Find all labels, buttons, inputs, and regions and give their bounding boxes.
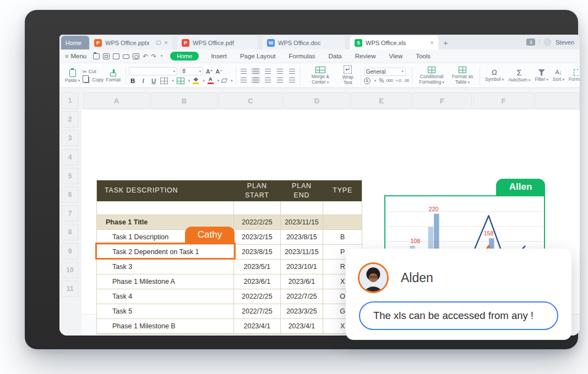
thousands-separator-icon[interactable]: 000 bbox=[386, 78, 393, 83]
conditional-formatting-button[interactable]: Conditional Formatting▾ bbox=[415, 65, 448, 86]
table-row[interactable]: Phase 1 Milestone B2023/4/12023/4/1X bbox=[97, 319, 362, 334]
borders-icon[interactable] bbox=[160, 78, 168, 84]
ribbon-tab-home[interactable]: Home bbox=[170, 52, 199, 61]
distribute-button[interactable] bbox=[287, 76, 297, 84]
eraser-icon[interactable] bbox=[221, 79, 228, 82]
ribbon-tab-formulas[interactable]: Formulas bbox=[289, 53, 315, 59]
cut-button[interactable]: ✂ Cut bbox=[82, 69, 104, 75]
table-row[interactable]: Phase 1 Milestone A2023/6/12023/6/1X bbox=[97, 274, 362, 289]
symbol-button[interactable]: Ω Symbol▾ bbox=[483, 65, 506, 86]
percent-icon[interactable]: % bbox=[379, 78, 383, 84]
fill-color-button[interactable] bbox=[193, 78, 199, 84]
row-header-5[interactable]: 5 bbox=[61, 168, 79, 184]
filter-button[interactable]: Filter▾ bbox=[532, 65, 550, 86]
align-bottom-button[interactable] bbox=[263, 68, 273, 75]
table-row[interactable] bbox=[97, 201, 362, 215]
tab-label: WPS Office.doc bbox=[278, 40, 320, 46]
increase-indent-button[interactable] bbox=[287, 68, 297, 75]
export-icon[interactable] bbox=[113, 53, 119, 59]
copy-button[interactable]: Copy bbox=[82, 77, 104, 83]
decrease-decimal-icon[interactable]: .00 bbox=[404, 78, 409, 83]
align-middle-button[interactable] bbox=[251, 68, 260, 75]
main-menu-button[interactable]: ≡ Menu bbox=[65, 53, 86, 59]
autosum-button[interactable]: Σ AutoSum▾ bbox=[506, 65, 532, 86]
cell-value: G bbox=[340, 307, 345, 315]
table-row[interactable]: Task 52022/7/252023/3/25G bbox=[97, 304, 362, 319]
row-header-2[interactable]: 2 bbox=[61, 111, 79, 128]
align-right-button[interactable] bbox=[263, 76, 273, 84]
increase-font-icon[interactable]: A⁺ bbox=[206, 68, 213, 75]
ribbon-tab-data[interactable]: Data bbox=[328, 53, 341, 59]
decrease-font-icon[interactable]: A⁻ bbox=[216, 68, 223, 75]
quick-access-toolbar: ↶ ↷ ▾ bbox=[93, 53, 162, 60]
omega-icon: Ω bbox=[492, 69, 497, 76]
ribbon-tab-tools[interactable]: Tools bbox=[416, 53, 431, 59]
document-tab-home[interactable]: Home bbox=[61, 36, 89, 50]
decrease-indent-button[interactable] bbox=[275, 68, 285, 75]
ribbon-tab-view[interactable]: View bbox=[389, 53, 402, 59]
undo-icon[interactable]: ↶ bbox=[143, 53, 148, 60]
row-header-11[interactable]: 11 bbox=[61, 280, 79, 297]
font-name-combo[interactable]: ▾ bbox=[129, 67, 177, 75]
user-avatar[interactable] bbox=[543, 38, 552, 46]
wrap-text-button[interactable]: ↵ Wrap Text bbox=[338, 65, 358, 86]
document-tab-wps-office-doc[interactable]: WWPS Office.doc bbox=[263, 36, 345, 50]
ribbon-tab-insert[interactable]: Insert bbox=[211, 53, 227, 59]
row-header-3[interactable]: 3 bbox=[61, 130, 79, 146]
justify-button[interactable] bbox=[275, 76, 285, 84]
font-size-combo[interactable]: 8▾ bbox=[180, 67, 203, 75]
print-icon[interactable] bbox=[123, 54, 129, 59]
table-row[interactable]: Task 42022/2/252022/7/25O bbox=[97, 289, 362, 304]
document-tab-wps-office-xls[interactable]: SWPS Office.xls× bbox=[350, 36, 438, 50]
comment-card: Alden The xls can be accessed from any ! bbox=[346, 249, 571, 340]
user-name[interactable]: Steven bbox=[556, 39, 574, 46]
font-color-button[interactable]: A bbox=[208, 77, 214, 84]
row-header-7[interactable]: 7 bbox=[61, 205, 79, 222]
document-tab-wps-office-pptx[interactable]: PWPS Office.pptx× bbox=[90, 36, 172, 50]
open-file-icon[interactable] bbox=[93, 53, 100, 59]
number-format-combo[interactable]: General▾ bbox=[364, 68, 406, 76]
new-tab-button[interactable]: + bbox=[443, 38, 448, 47]
row-header-9[interactable]: 9 bbox=[61, 243, 79, 260]
underline-button[interactable]: U bbox=[150, 78, 157, 84]
italic-button[interactable]: I bbox=[139, 78, 147, 84]
redo-icon[interactable]: ↷ bbox=[151, 53, 156, 60]
column-header-2[interactable]: B bbox=[151, 92, 217, 109]
column-header-7[interactable]: F bbox=[473, 92, 534, 109]
column-header-3[interactable]: C bbox=[219, 92, 282, 109]
close-tab-icon[interactable]: × bbox=[164, 39, 168, 47]
row-header-4[interactable]: 4 bbox=[61, 149, 79, 166]
align-left-button[interactable] bbox=[239, 76, 248, 84]
increase-decimal-icon[interactable]: +.0 bbox=[396, 78, 401, 83]
save-icon[interactable] bbox=[103, 53, 110, 59]
print-preview-icon[interactable] bbox=[133, 53, 139, 59]
column-header-4[interactable]: D bbox=[284, 92, 350, 109]
column-header-6[interactable]: F bbox=[412, 92, 472, 109]
comment-input[interactable]: The xls can be accessed from any ! bbox=[359, 301, 558, 330]
ribbon-tab-review[interactable]: Review bbox=[355, 53, 376, 59]
table-row[interactable]: Task 32023/5/12023/10/1R bbox=[97, 260, 362, 274]
close-tab-icon[interactable]: × bbox=[430, 39, 434, 47]
document-tab-wps-office-pdf[interactable]: PWPS Office.pdf bbox=[177, 36, 258, 50]
column-header-5[interactable]: E bbox=[351, 92, 411, 109]
align-top-button[interactable] bbox=[239, 68, 248, 75]
cell-style-icon[interactable] bbox=[177, 78, 184, 84]
format-painter-button[interactable]: Format bbox=[104, 65, 123, 86]
row-header-1[interactable]: 1 bbox=[61, 92, 79, 109]
format-cells-button[interactable]: Format▾ bbox=[567, 65, 580, 86]
align-center-button[interactable] bbox=[251, 76, 260, 84]
notification-badge[interactable]: 3 bbox=[526, 38, 535, 46]
selected-cell-outline[interactable] bbox=[95, 243, 236, 260]
bold-button[interactable]: B bbox=[129, 78, 137, 84]
format-as-table-button[interactable]: Format as Table▾ bbox=[448, 65, 477, 86]
row-header-10[interactable]: 10 bbox=[61, 262, 79, 278]
ribbon-tab-page-layout[interactable]: Page Layout bbox=[240, 53, 276, 59]
merge-center-button[interactable]: Merge & Center▾ bbox=[303, 65, 338, 86]
sort-button[interactable]: A↓ Sort▾ bbox=[551, 65, 567, 86]
currency-icon[interactable]: $ bbox=[364, 78, 371, 84]
paste-button[interactable]: Paste▾ bbox=[63, 65, 82, 86]
row-header-6[interactable]: 6 bbox=[61, 186, 79, 203]
more-caret-icon[interactable]: ▾ bbox=[161, 54, 163, 58]
column-header-1[interactable]: A bbox=[83, 92, 150, 109]
row-header-8[interactable]: 8 bbox=[61, 224, 79, 240]
